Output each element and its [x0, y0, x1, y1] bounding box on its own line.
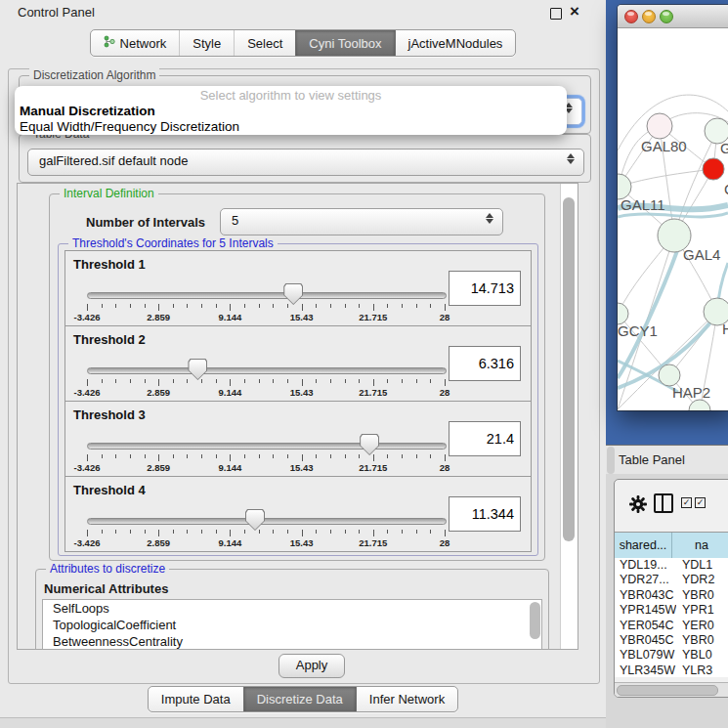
bottom-tab-impute-data[interactable]: Impute Data — [149, 687, 243, 711]
threshold-value-field[interactable]: 21.4 — [449, 421, 521, 456]
tab-cyni-toolbox[interactable]: Cyni Toolbox — [295, 30, 394, 56]
slider-tick — [158, 530, 159, 536]
table-cell[interactable]: YPR1 — [676, 603, 728, 618]
slider-tick — [244, 304, 245, 308]
slider-track[interactable] — [87, 367, 447, 374]
threshold-value-field[interactable]: 6.316 — [449, 346, 521, 381]
table-cell[interactable]: YBR045C — [615, 633, 676, 648]
number-of-intervals-spinner[interactable]: 5 — [220, 208, 503, 236]
network-node[interactable] — [647, 113, 672, 139]
table-cell[interactable]: YDR2 — [676, 573, 728, 587]
split-columns-icon[interactable] — [654, 493, 673, 513]
attribute-list-item[interactable]: TopologicalCoefficient — [43, 617, 541, 633]
attributes-group: Attributes to discretize Numerical Attri… — [35, 569, 549, 650]
list-scrollbar-thumb[interactable] — [530, 602, 540, 639]
checkbox-icon[interactable]: ✓ — [695, 497, 706, 508]
table-cell[interactable]: YBR0 — [676, 588, 728, 603]
network-node[interactable] — [659, 364, 680, 386]
table-cell[interactable]: YER0 — [676, 619, 728, 633]
table-cell[interactable]: YDR27... — [615, 573, 676, 587]
slider-handle[interactable] — [245, 509, 265, 531]
threshold-slider[interactable]: -3.4262.8599.14415.4321.71528 — [87, 516, 445, 549]
zoom-traffic-light-icon[interactable] — [660, 10, 673, 23]
table-cell[interactable]: YDL1 — [676, 558, 728, 573]
slider-tick-label: -3.426 — [74, 462, 101, 473]
table-hscrollbar-thumb[interactable] — [617, 685, 718, 696]
table-row[interactable]: YDR27...YDR2 — [615, 573, 728, 587]
table-row[interactable]: YLR345WYLR3 — [615, 664, 728, 677]
slider-tick — [230, 304, 231, 311]
tab-jactivemnodules[interactable]: jActiveMNodules — [395, 30, 516, 56]
settings-scroll-area: Interval Definition Number of Intervals … — [17, 183, 578, 650]
thresholds-group: Threshold's Coordinates for 5 Intervals … — [58, 243, 538, 556]
slider-track[interactable] — [87, 518, 447, 525]
table-row[interactable]: YER054CYER0 — [615, 619, 728, 633]
table-cell[interactable]: YBR0 — [676, 633, 728, 648]
slider-track[interactable] — [87, 443, 447, 450]
slider-tick — [173, 304, 174, 308]
gear-icon[interactable] — [628, 494, 648, 514]
network-view-window[interactable]: GAL80G.CGAL11GAL4GCY1HHAP2 — [618, 5, 728, 410]
table-row[interactable]: YPR145WYPR1 — [615, 603, 728, 618]
minimize-traffic-light-icon[interactable] — [642, 10, 656, 23]
bottom-tab-infer-network[interactable]: Infer Network — [356, 687, 457, 711]
table-row[interactable]: YBR043CYBR0 — [615, 588, 728, 603]
table-row[interactable]: YDL19...YDL1 — [615, 558, 728, 573]
numerical-attributes-list[interactable]: SelfLoopsTopologicalCoefficientBetweenne… — [42, 599, 542, 650]
slider-tick — [230, 454, 231, 461]
table-cell[interactable]: YDL19... — [615, 558, 676, 573]
table-data-combobox[interactable]: galFiltered.sif default node — [27, 149, 584, 176]
apply-button[interactable]: Apply — [278, 654, 345, 678]
restore-icon[interactable] — [550, 8, 562, 20]
table-hscrollbar[interactable] — [615, 682, 728, 697]
slider-track[interactable] — [87, 292, 447, 299]
table-row[interactable]: YBR045CYBR0 — [615, 633, 728, 648]
tab-style[interactable]: Style — [179, 30, 234, 56]
dropdown-option-manual-discretization[interactable]: Manual Discretization — [20, 104, 155, 118]
slider-tick — [230, 530, 231, 536]
table-cell[interactable]: YBL079W — [615, 648, 676, 663]
bottom-tab-discretize-data[interactable]: Discretize Data — [243, 687, 356, 711]
slider-tick — [145, 379, 146, 383]
network-canvas[interactable]: GAL80G.CGAL11GAL4GCY1HHAP2 — [618, 28, 728, 410]
panel-scrollbar-thumb[interactable] — [563, 197, 575, 541]
panel-scrollbar[interactable] — [560, 184, 578, 649]
slider-tick — [416, 530, 417, 534]
table-cell[interactable]: YBR043C — [615, 588, 676, 603]
table-cell[interactable]: YER054C — [615, 619, 676, 633]
slider-handle[interactable] — [188, 359, 207, 380]
tab-network[interactable]: Network — [91, 30, 180, 56]
table-cell[interactable]: YBL0 — [676, 648, 728, 663]
table-cell[interactable]: YLR3 — [676, 664, 728, 677]
slider-tick — [330, 530, 331, 534]
network-node[interactable] — [618, 303, 628, 324]
table-cell[interactable]: YPR145W — [615, 603, 676, 618]
table-cell[interactable]: YLR345W — [615, 664, 676, 677]
scrollbar-thumb[interactable] — [607, 447, 615, 474]
attribute-list-item[interactable]: SelfLoops — [43, 600, 541, 617]
slider-handle[interactable] — [360, 434, 379, 455]
bottom-tab-label: Impute Data — [161, 692, 231, 707]
close-traffic-light-icon[interactable] — [624, 10, 638, 23]
column-header-shared-name[interactable]: shared... — [615, 533, 672, 558]
slider-tick — [416, 379, 417, 383]
threshold-value-field[interactable]: 11.344 — [449, 496, 521, 532]
column-header-name[interactable]: na — [672, 533, 728, 558]
table-row[interactable]: YBL079WYBL0 — [615, 648, 728, 663]
threshold-slider[interactable]: -3.4262.8599.14415.4321.71528 — [87, 290, 445, 323]
table-toolbar: ✓ ✓ — [615, 480, 728, 531]
attribute-list-item[interactable]: BetweennessCentrality — [43, 633, 541, 650]
threshold-value-field[interactable]: 14.713 — [449, 271, 521, 306]
threshold-slider[interactable]: -3.4262.8599.14415.4321.71528 — [87, 365, 445, 399]
dropdown-option-equal-width-frequency[interactable]: Equal Width/Frequency Discretization — [20, 119, 239, 134]
threshold-slider[interactable]: -3.4262.8599.14415.4321.71528 — [87, 441, 445, 474]
network-edge-thick[interactable] — [618, 213, 728, 217]
close-icon[interactable]: × — [570, 2, 579, 21]
slider-tick-label: 21.715 — [359, 387, 387, 398]
tab-select[interactable]: Select — [234, 30, 295, 56]
slider-handle[interactable] — [283, 283, 303, 305]
network-node[interactable] — [703, 158, 724, 180]
checkbox-icon[interactable]: ✓ — [681, 497, 692, 508]
slider-tick — [259, 379, 260, 383]
slider-tick — [173, 454, 174, 458]
